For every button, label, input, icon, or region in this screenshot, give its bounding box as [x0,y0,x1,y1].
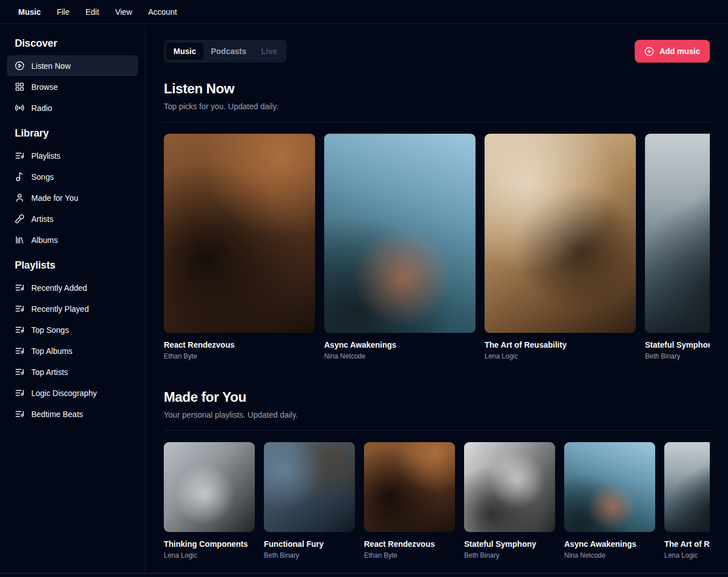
album-card-stateful-symphony[interactable]: Stateful SymphonyBeth Binary [464,442,555,560]
list-music-icon [15,346,24,356]
main-content: MusicPodcastsLive Add music Listen NowTo… [146,24,728,573]
sidebar-item-label: Top Albums [31,347,72,356]
section-subtitle: Top picks for you. Updated daily. [164,101,710,112]
menu-item-music[interactable]: Music [11,4,48,20]
music-app-window: MusicFileEditViewAccount DiscoverListen … [0,0,728,574]
sidebar-item-songs[interactable]: Songs [7,166,138,187]
album-art [564,442,655,532]
sidebar-item-listen-now[interactable]: Listen Now [7,55,138,76]
layout-grid-icon [15,82,24,92]
menu-item-view[interactable]: View [108,4,139,20]
sidebar-item-label: Songs [31,172,54,182]
album-title: Stateful Symphony [645,340,710,350]
sidebar-item-recently-played[interactable]: Recently Played [7,298,138,319]
sidebar-item-browse[interactable]: Browse [7,76,138,97]
sidebar-item-bedtime-beats[interactable]: Bedtime Beats [7,403,138,424]
tab-music[interactable]: Music [166,43,204,60]
list-music-icon [15,409,24,419]
sidebar-item-label: Radio [31,104,52,113]
separator [164,122,710,122]
album-art [464,442,555,532]
album-art [645,134,710,333]
sidebar-item-top-artists[interactable]: Top Artists [7,361,138,382]
sidebar-item-label: Top Artists [31,368,68,377]
sidebar-item-made-for-you[interactable]: Made for You [7,187,138,208]
separator [164,430,710,431]
album-card-the-art-of-reusability[interactable]: The Art of ReusabilityLena Logic [664,442,710,560]
sidebar-item-radio[interactable]: Radio [7,97,138,118]
menu-item-file[interactable]: File [50,4,77,20]
sidebar-item-label: Top Songs [31,325,69,335]
album-card-stateful-symphony[interactable]: Stateful SymphonyBeth Binary [645,134,710,361]
sidebar-item-playlists[interactable]: Playlists [7,145,138,166]
album-title: React Rendezvous [364,539,455,549]
album-title: The Art of Reusability [664,539,710,549]
album-title: Async Awakenings [564,539,655,549]
sidebar: DiscoverListen NowBrowseRadioLibraryPlay… [0,24,146,573]
sidebar-item-label: Albums [31,236,58,245]
user-icon [15,193,24,203]
album-title: React Rendezvous [164,340,315,350]
album-art [164,442,255,532]
album-card-async-awakenings[interactable]: Async AwakeningsNina Netcode [324,134,475,361]
menu-item-account[interactable]: Account [141,4,184,20]
album-title: Thinking Components [164,539,255,549]
album-card-react-rendezvous[interactable]: React RendezvousEthan Byte [364,442,455,560]
sidebar-section-title: Playlists [7,259,138,271]
album-art [324,134,475,333]
section-title: Listen Now [164,80,710,98]
sidebar-item-label: Playlists [31,151,60,160]
sidebar-item-top-albums[interactable]: Top Albums [7,340,138,361]
music-note-icon [15,172,24,182]
album-card-the-art-of-reusability[interactable]: The Art of ReusabilityLena Logic [485,134,636,361]
sidebar-item-artists[interactable]: Artists [7,208,138,229]
section-made-for-you: Made for YouYour personal playlists. Upd… [164,388,710,560]
microphone-icon [15,214,24,224]
album-art [664,442,710,532]
album-artist: Lena Logic [164,551,255,560]
section-subtitle: Your personal playlists. Updated daily. [164,409,710,421]
section-title: Made for You [164,388,710,406]
list-music-icon [15,151,24,160]
list-music-icon [15,325,24,335]
sidebar-section-title: Library [7,127,138,139]
album-art [485,134,636,333]
sidebar-item-label: Logic Discography [31,389,97,398]
media-type-tabs: MusicPodcastsLive [164,40,287,63]
app-body: DiscoverListen NowBrowseRadioLibraryPlay… [0,24,728,573]
album-artist: Beth Binary [464,551,555,560]
album-art [164,134,315,333]
plus-circle-icon [644,47,654,56]
sidebar-item-albums[interactable]: Albums [7,229,138,250]
sidebar-item-recently-added[interactable]: Recently Added [7,277,138,298]
sidebar-item-top-songs[interactable]: Top Songs [7,319,138,340]
album-artist: Lena Logic [664,551,710,560]
tab-podcasts[interactable]: Podcasts [204,43,254,60]
section-listen-now: Listen NowTop picks for you. Updated dai… [164,80,710,361]
library-icon [15,235,24,245]
sidebar-section-title: Discover [7,38,138,50]
list-music-icon [15,367,24,377]
sidebar-item-label: Recently Played [31,304,89,314]
menu-item-edit[interactable]: Edit [78,4,106,20]
album-artist: Nina Netcode [564,551,655,560]
album-title: Async Awakenings [324,340,475,350]
main-header: MusicPodcastsLive Add music [164,40,710,63]
album-artist: Lena Logic [485,352,636,361]
album-artist: Nina Netcode [324,352,475,361]
album-card-thinking-components[interactable]: Thinking ComponentsLena Logic [164,442,255,560]
add-music-label: Add music [659,47,700,56]
sidebar-section-library: LibraryPlaylistsSongsMade for YouArtists… [0,123,145,255]
album-card-async-awakenings[interactable]: Async AwakeningsNina Netcode [564,442,655,560]
album-row: Thinking ComponentsLena LogicFunctional … [164,442,710,560]
album-title: The Art of Reusability [485,340,636,350]
album-card-react-rendezvous[interactable]: React RendezvousEthan Byte [164,134,315,361]
sidebar-item-label: Made for You [31,193,78,203]
add-music-button[interactable]: Add music [635,40,710,63]
sidebar-item-logic-discography[interactable]: Logic Discography [7,382,138,403]
radio-icon [15,103,24,113]
album-artist: Ethan Byte [164,352,315,361]
tab-live: Live [254,43,284,60]
album-row: React RendezvousEthan ByteAsync Awakenin… [164,134,710,361]
album-card-functional-fury[interactable]: Functional FuryBeth Binary [264,442,355,560]
